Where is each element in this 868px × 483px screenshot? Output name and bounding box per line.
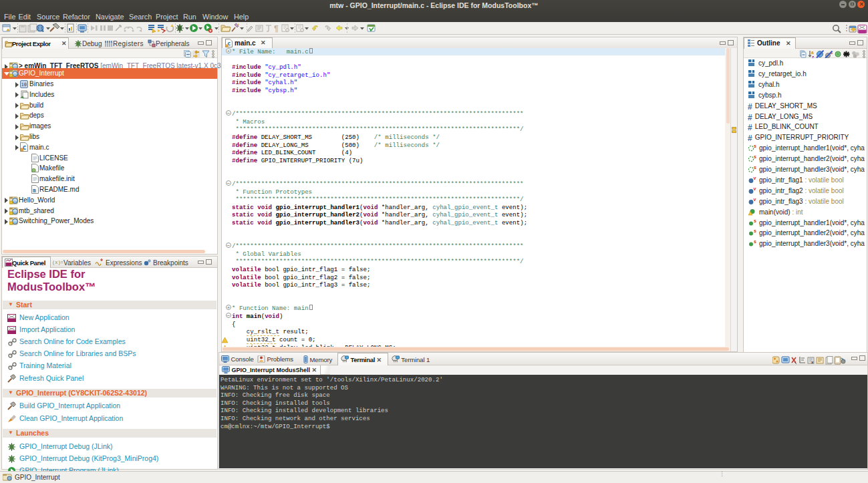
svg-text:¶: ¶ <box>274 24 279 33</box>
svg-text:v: v <box>754 197 756 202</box>
svg-text:v: v <box>754 186 756 191</box>
svg-text:10: 10 <box>21 82 27 88</box>
svg-text:v: v <box>754 176 756 180</box>
svg-text:s: s <box>754 218 756 223</box>
svg-text:s: s <box>754 239 756 244</box>
svg-text:s: s <box>754 228 756 233</box>
svg-text:s: s <box>754 165 756 170</box>
svg-text:m: m <box>33 188 36 194</box>
svg-text:s: s <box>754 144 756 148</box>
svg-text:s: s <box>754 154 756 159</box>
